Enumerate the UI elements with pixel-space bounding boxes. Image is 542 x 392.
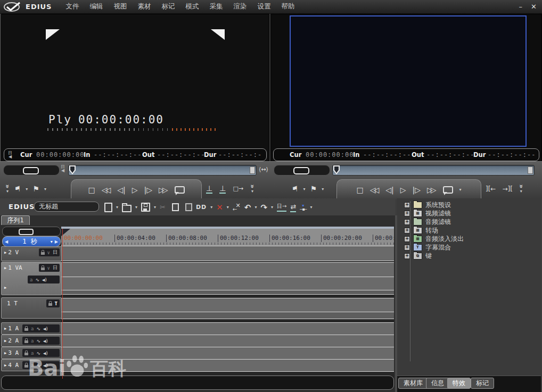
jump-to-in-button[interactable]: ][← xyxy=(486,185,496,193)
audio-a-icon[interactable]: a xyxy=(31,363,34,368)
lane-1t[interactable] xyxy=(61,298,394,312)
step-forward-button[interactable]: |▷ xyxy=(144,186,152,194)
track-header-2v[interactable]: ▶ 2 V ∨ 日 xyxy=(1,246,62,261)
recorder-position-slider[interactable] xyxy=(332,165,535,176)
tree-item-system-presets[interactable]: + 系统预设 xyxy=(404,201,451,209)
play-button[interactable]: ▷ xyxy=(132,186,138,194)
scale-left-arrow-icon[interactable]: ◀ xyxy=(3,239,10,244)
redo-button[interactable]: ↷ xyxy=(260,203,267,212)
timeline-scale-select[interactable]: ◀ 1 秒 ▾ ▶ xyxy=(2,236,61,247)
tree-item-key[interactable]: + ⧉ 键 xyxy=(404,252,432,260)
expand-icon[interactable]: ▶ xyxy=(4,266,6,270)
film-icon[interactable]: 日 xyxy=(53,264,58,271)
timeline-scrollbar[interactable] xyxy=(1,376,394,390)
fast-forward-button[interactable]: ▷▷ xyxy=(427,186,437,194)
dd-capture-button[interactable]: DD xyxy=(196,204,207,211)
more-buttons-icon[interactable]: »▾ xyxy=(519,184,523,194)
expand-plus-icon[interactable]: + xyxy=(404,211,410,216)
audio-a-icon[interactable]: a xyxy=(30,277,32,282)
speaker-icon[interactable]: ◀) xyxy=(43,338,48,344)
tree-item-audio-filters[interactable]: + 音频滤镜 xyxy=(404,218,451,226)
menu-marker[interactable]: 标记 xyxy=(156,2,180,11)
monitor-swap-icon[interactable]: ⟨↔⟩ xyxy=(259,166,268,173)
overwrite-button[interactable]: ⊥ xyxy=(206,185,212,194)
replace-button[interactable]: □→ xyxy=(233,185,243,193)
cutpoint-dropdown[interactable]: ▾ xyxy=(310,205,312,210)
redo-dropdown[interactable]: ▾ xyxy=(271,205,273,210)
lane-3a[interactable] xyxy=(61,347,394,359)
minimize-button[interactable]: – xyxy=(519,3,523,11)
player-shuttle[interactable] xyxy=(3,165,60,176)
step-back-button[interactable]: ◁| xyxy=(385,186,393,194)
mark-in-dropdown[interactable]: ▾ xyxy=(26,187,28,191)
title-icon[interactable]: T xyxy=(55,301,58,306)
save-dropdown[interactable]: ▾ xyxy=(154,205,156,210)
delete-button[interactable]: ✕ xyxy=(216,203,223,212)
add-to-timeline-button[interactable]: ⇄ xyxy=(290,203,296,212)
ripple-delete-button[interactable]: ✕ ← xyxy=(233,203,241,211)
player-position-slider[interactable] xyxy=(68,165,257,176)
track-header-1va[interactable]: ▶ 1 VA ∨ 日 a ∿ ◀) ▶ xyxy=(1,262,62,295)
speaker-icon[interactable]: ◀) xyxy=(43,326,48,331)
waveform-icon[interactable]: ∿ xyxy=(36,363,40,368)
paste-button[interactable] xyxy=(183,203,192,211)
waveform-icon[interactable]: ∿ xyxy=(36,326,40,331)
expand-plus-icon[interactable]: + xyxy=(404,236,410,242)
expand-icon[interactable]: ▶ xyxy=(4,251,6,255)
stop-button[interactable]: □ xyxy=(88,186,95,194)
menu-help[interactable]: 帮助 xyxy=(276,2,300,11)
mark-in-button[interactable]: ⚑ xyxy=(14,185,21,193)
expand-plus-icon[interactable]: + xyxy=(404,228,410,233)
expand-plus-icon[interactable]: + xyxy=(404,219,410,225)
audio-a-icon[interactable]: a xyxy=(31,351,34,356)
timeline-shuttle[interactable] xyxy=(2,227,61,236)
undo-button[interactable]: ↶ xyxy=(244,203,251,212)
track-header-4a[interactable]: ▶ 4 A a ∿ ◀) xyxy=(1,359,62,371)
expand-plus-icon[interactable]: + xyxy=(404,202,410,208)
loop-dropdown[interactable]: ▾ xyxy=(459,187,462,192)
tab-info[interactable]: 信息 xyxy=(426,378,449,389)
stop-button[interactable]: □ xyxy=(356,186,363,194)
jump-to-out-button[interactable]: →][ xyxy=(502,185,512,193)
speaker-icon[interactable]: ◀) xyxy=(43,351,48,356)
menu-capture[interactable]: 采集 xyxy=(204,2,228,11)
waveform-icon[interactable]: ∿ xyxy=(36,351,40,356)
tree-item-title-mixer[interactable]: + T 字幕混合 xyxy=(404,243,451,252)
lane-2a[interactable] xyxy=(61,335,394,347)
tab-effects[interactable]: 特效 xyxy=(447,378,471,389)
expand-icon[interactable]: ▶ xyxy=(4,327,6,331)
scale-right-arrow-icon[interactable]: ▶ xyxy=(53,239,60,244)
new-project-button[interactable] xyxy=(104,203,112,212)
open-project-button[interactable] xyxy=(122,203,132,212)
tree-item-video-filters[interactable]: + ▦ 视频滤镜 xyxy=(404,209,451,218)
mark-out-dropdown[interactable]: ▾ xyxy=(322,187,324,191)
waveform-icon[interactable]: ∿ xyxy=(36,338,40,344)
lane-4a[interactable] xyxy=(61,359,394,372)
track-header-2a[interactable]: ▶ 2 A a ∿ ◀) xyxy=(1,335,62,347)
dd-dropdown[interactable]: ▾ xyxy=(210,205,212,210)
cut-button[interactable]: ✂ xyxy=(160,203,166,211)
expand-icon[interactable]: ▶ xyxy=(4,363,6,368)
speaker-icon[interactable]: ◀) xyxy=(42,277,47,282)
film-icon[interactable]: 日 xyxy=(53,249,58,256)
more-buttons-icon[interactable]: »▾ xyxy=(250,184,254,194)
speaker-icon[interactable]: ◀) xyxy=(43,363,48,368)
menu-mode[interactable]: 模式 xyxy=(180,2,204,11)
tab-markers[interactable]: 标记 xyxy=(471,378,494,389)
expand-icon[interactable]: ▶ xyxy=(4,351,6,355)
playhead-handle[interactable] xyxy=(333,165,340,174)
track-menu-icon[interactable]: ∨ xyxy=(47,265,50,271)
expand-icon[interactable]: ▶ xyxy=(4,339,6,343)
new-dropdown[interactable]: ▾ xyxy=(116,205,118,210)
tab-asset-bin[interactable]: 素材库 xyxy=(398,378,428,389)
play-button[interactable]: ▷ xyxy=(400,186,406,194)
mark-out-button[interactable]: ⚑ xyxy=(310,185,317,193)
delete-dropdown[interactable]: ▾ xyxy=(227,205,229,210)
lane-1a[interactable] xyxy=(61,322,394,335)
menu-file[interactable]: 文件 xyxy=(60,2,84,11)
expand-icon[interactable]: ▶ xyxy=(4,286,6,290)
tree-item-audio-fade[interactable]: + ▦ 音频淡入淡出 xyxy=(404,235,464,243)
rewind-button[interactable]: ◁◁ xyxy=(370,186,380,194)
step-back-button[interactable]: ◁| xyxy=(117,186,125,194)
lane-2v[interactable] xyxy=(61,246,394,261)
